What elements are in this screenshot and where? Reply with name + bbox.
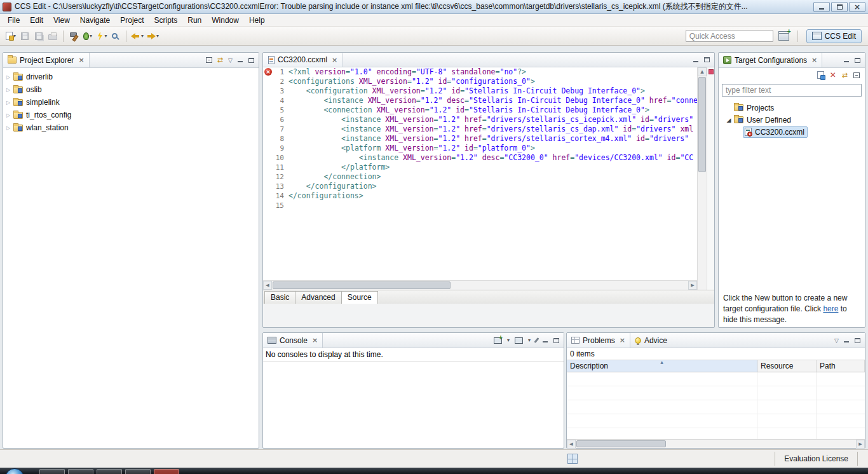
error-marker-icon[interactable]: × xyxy=(264,68,272,76)
forward-button[interactable]: ▾ xyxy=(145,29,160,43)
column-header-path[interactable]: Path xyxy=(817,360,865,372)
selected-tree-item[interactable]: CC3200.ccxml xyxy=(743,126,808,138)
twistie-collapsed-icon[interactable]: ▷ xyxy=(3,100,13,105)
scrollbar-thumb[interactable] xyxy=(698,77,706,172)
minimize-view-icon[interactable] xyxy=(844,57,850,63)
code-line[interactable]: 6 <instance XML_version="1.2" href="driv… xyxy=(263,115,697,125)
overview-ruler[interactable] xyxy=(707,67,714,304)
menu-project[interactable]: Project xyxy=(115,15,149,26)
scroll-left-icon[interactable]: ◀ xyxy=(263,281,272,290)
title-bar[interactable]: CCS Edit - C:\Users\luckyzfly\ti\CCSTarg… xyxy=(0,0,868,14)
tree-item-cc3200-ccxml[interactable]: CC3200.ccxml xyxy=(719,126,865,138)
pin-console-icon[interactable] xyxy=(534,337,539,343)
tab-problems[interactable]: Problems × xyxy=(567,333,630,348)
build-button[interactable] xyxy=(67,29,81,43)
display-console-icon[interactable] xyxy=(515,337,523,344)
status-grid-icon[interactable] xyxy=(567,454,578,464)
project-item-wlan_station[interactable]: ▷wlan_station xyxy=(3,121,259,134)
code-line[interactable]: 14</configurations> xyxy=(263,191,697,201)
open-perspective-icon[interactable] xyxy=(778,31,789,41)
code-line[interactable]: 3 <configuration XML_version="1.2" id="S… xyxy=(263,86,697,96)
maximize-view-icon[interactable] xyxy=(855,58,860,63)
minimize-view-icon[interactable] xyxy=(844,337,850,343)
twistie-collapsed-icon[interactable]: ▷ xyxy=(3,125,13,131)
close-button[interactable]: × xyxy=(849,2,865,12)
column-header-description[interactable]: Description▲ xyxy=(567,360,757,372)
scroll-right-icon[interactable]: ▶ xyxy=(688,281,697,290)
scroll-right-icon[interactable]: ▶ xyxy=(856,440,865,449)
view-menu-icon[interactable]: ▽ xyxy=(834,337,839,344)
code-line[interactable]: 10 <instance XML_version="1.2" desc="CC3… xyxy=(263,153,697,163)
menu-help[interactable]: Help xyxy=(244,15,270,26)
code-line[interactable]: 13 </configuration> xyxy=(263,182,697,191)
tab-advanced[interactable]: Advanced xyxy=(295,291,341,304)
filter-input[interactable] xyxy=(722,84,862,97)
collapse-all-icon[interactable] xyxy=(206,57,212,63)
error-overview-marker[interactable] xyxy=(709,69,714,74)
project-item-driverlib[interactable]: ▷driverlib xyxy=(3,71,259,83)
scrollbar-thumb[interactable] xyxy=(576,440,666,447)
tab-cc3200-ccxml[interactable]: CC3200.ccxml × xyxy=(263,53,343,67)
tab-basic[interactable]: Basic xyxy=(264,291,295,304)
start-button[interactable] xyxy=(5,468,24,474)
code-line[interactable]: 15 xyxy=(263,201,697,210)
table-row[interactable] xyxy=(567,372,865,386)
flash-button[interactable]: ▾ xyxy=(95,29,109,43)
menu-window[interactable]: Window xyxy=(207,15,244,26)
table-row[interactable] xyxy=(567,414,865,428)
minimize-view-icon[interactable] xyxy=(693,57,699,63)
new-button[interactable]: ▾ xyxy=(4,29,18,43)
search-button[interactable] xyxy=(109,29,123,43)
debug-button[interactable]: ▾ xyxy=(81,29,95,43)
close-icon[interactable]: × xyxy=(77,56,84,64)
code-line[interactable]: 12 </connection> xyxy=(263,172,697,182)
tree-item-user-defined[interactable]: ◢ User Defined xyxy=(719,114,865,126)
link-with-editor-icon[interactable]: ⇄ xyxy=(217,56,223,64)
twistie-collapsed-icon[interactable]: ▷ xyxy=(3,87,13,93)
code-line[interactable]: 5 <connection XML_version="1.2" id="Stel… xyxy=(263,105,697,115)
back-button[interactable]: ▾ xyxy=(130,29,145,43)
taskbar-item[interactable] xyxy=(125,469,151,474)
tree-item-projects[interactable]: Projects xyxy=(719,102,865,114)
collapse-all-icon[interactable] xyxy=(853,72,860,78)
print-button[interactable] xyxy=(46,29,60,43)
table-row[interactable] xyxy=(567,428,865,439)
link-with-editor-icon[interactable]: ⇄ xyxy=(842,71,848,79)
taskbar-item[interactable] xyxy=(39,469,65,474)
delete-icon[interactable]: ✕ xyxy=(830,71,836,79)
quick-access-input[interactable] xyxy=(686,30,773,42)
twistie-collapsed-icon[interactable]: ▷ xyxy=(3,112,13,118)
minimize-view-icon[interactable] xyxy=(238,57,243,63)
maximize-view-icon[interactable] xyxy=(248,58,254,63)
open-console-icon[interactable] xyxy=(494,337,502,344)
close-icon[interactable]: × xyxy=(311,336,318,344)
minimize-button[interactable] xyxy=(813,2,830,12)
save-all-button[interactable] xyxy=(32,29,46,43)
project-item-ti_rtos_config[interactable]: ▷ti_rtos_config xyxy=(3,109,259,121)
menu-edit[interactable]: Edit xyxy=(25,15,48,26)
tab-target-configurations[interactable]: Target Configurations × xyxy=(719,53,822,67)
horizontal-scrollbar[interactable]: ◀ ▶ xyxy=(567,439,865,448)
column-header-resource[interactable]: Resource xyxy=(757,360,817,372)
close-icon[interactable]: × xyxy=(618,336,625,344)
menu-view[interactable]: View xyxy=(48,15,75,26)
close-icon[interactable]: × xyxy=(330,56,337,64)
table-row[interactable] xyxy=(567,400,865,414)
maximize-view-icon[interactable] xyxy=(553,338,559,343)
close-icon[interactable]: × xyxy=(810,56,817,64)
tab-console[interactable]: Console × xyxy=(263,333,323,348)
twistie-collapsed-icon[interactable]: ▷ xyxy=(3,74,13,80)
taskbar-item[interactable] xyxy=(68,469,93,474)
ccs-edit-perspective-button[interactable]: CCS Edit xyxy=(806,29,862,43)
windows-taskbar[interactable] xyxy=(0,468,868,474)
code-line[interactable]: ×1<?xml version="1.0" encoding="UTF-8" s… xyxy=(263,67,697,77)
minimize-view-icon[interactable] xyxy=(543,337,548,343)
hide-message-link[interactable]: here xyxy=(823,304,838,313)
taskbar-item[interactable] xyxy=(97,469,122,474)
code-line[interactable]: 2<configurations XML_version="1.2" id="c… xyxy=(263,77,697,86)
maximize-button[interactable] xyxy=(831,2,848,12)
problems-grid[interactable] xyxy=(567,372,865,439)
scroll-left-icon[interactable]: ◀ xyxy=(567,440,576,449)
menu-run[interactable]: Run xyxy=(182,15,207,26)
code-line[interactable]: 8 <instance XML_version="1.2" href="driv… xyxy=(263,134,697,144)
